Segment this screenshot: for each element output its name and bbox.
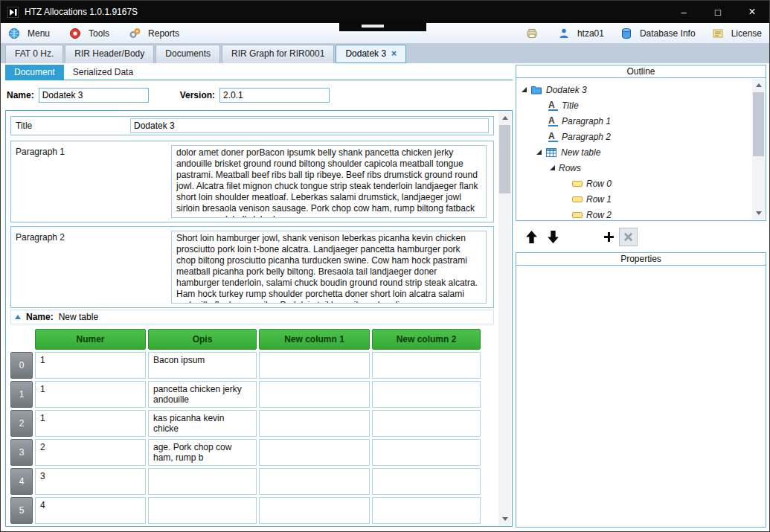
database-info-label: Database Info bbox=[640, 28, 696, 39]
table-cell[interactable]: 1 bbox=[35, 410, 146, 437]
tab-dodatek-3[interactable]: Dodatek 3 × bbox=[336, 45, 406, 63]
row-header[interactable]: 0 bbox=[10, 352, 33, 379]
move-up-button[interactable] bbox=[524, 230, 539, 244]
text-element-icon: A bbox=[548, 132, 558, 142]
tab-serialized-data[interactable]: Serialized Data bbox=[64, 65, 142, 80]
table-cell[interactable] bbox=[259, 497, 370, 524]
table-cell[interactable] bbox=[372, 410, 481, 437]
print-button[interactable] bbox=[526, 28, 542, 39]
tree-item-paragraph-2[interactable]: A Paragraph 2 bbox=[517, 129, 752, 144]
name-input[interactable] bbox=[39, 88, 149, 103]
tab-document[interactable]: Document bbox=[5, 65, 64, 80]
minimize-button[interactable]: – bbox=[667, 1, 701, 23]
add-item-button[interactable] bbox=[603, 231, 615, 243]
version-input[interactable] bbox=[219, 88, 330, 103]
column-header-numer[interactable]: Numer bbox=[35, 329, 146, 350]
scrollbar-thumb[interactable] bbox=[499, 125, 510, 193]
document-sub-tabs: Document Serialized Data bbox=[5, 65, 513, 80]
scroll-down-button[interactable] bbox=[498, 513, 511, 525]
reports-label: Reports bbox=[148, 28, 179, 39]
scroll-up-button[interactable] bbox=[752, 79, 765, 92]
table-cell[interactable]: Bacon ipsum bbox=[148, 352, 257, 379]
tree-item-row-2[interactable]: Row 2 bbox=[517, 207, 752, 219]
table-cell[interactable] bbox=[372, 468, 481, 495]
tools-label: Tools bbox=[89, 28, 109, 39]
tab-close-icon[interactable]: × bbox=[391, 45, 397, 63]
table-cell[interactable]: 1 bbox=[35, 381, 146, 408]
tree-item-rows[interactable]: Rows bbox=[517, 160, 752, 176]
expander-icon[interactable] bbox=[550, 165, 555, 170]
expander-icon[interactable] bbox=[536, 150, 542, 155]
user-button[interactable]: htza01 bbox=[558, 28, 604, 39]
table-cell[interactable]: age. Pork chop cow ham, rump b bbox=[148, 439, 257, 466]
document-scrollbar[interactable] bbox=[498, 112, 511, 525]
table-cell[interactable] bbox=[148, 468, 257, 495]
table-corner-cell bbox=[10, 329, 33, 350]
table-cell[interactable]: 2 bbox=[35, 439, 146, 466]
menu-label: Menu bbox=[28, 28, 50, 39]
paragraph2-textarea[interactable]: Short loin hamburger jowl, shank venison… bbox=[171, 231, 487, 304]
table-cell[interactable] bbox=[372, 352, 481, 379]
tree-item-label: Rows bbox=[559, 163, 581, 173]
title-bar[interactable]: HTZ Allocations 1.0.1.9167S – □ × bbox=[1, 1, 769, 23]
table-cell[interactable] bbox=[259, 439, 370, 466]
scrollbar-thumb[interactable] bbox=[753, 92, 764, 156]
tab-documents[interactable]: Documents bbox=[155, 45, 220, 63]
reports-button[interactable]: Reports bbox=[129, 28, 179, 39]
tab-rir-graph[interactable]: RIR Graph for RIR0001 bbox=[222, 45, 334, 63]
close-button[interactable]: × bbox=[735, 1, 769, 23]
table-cell[interactable] bbox=[372, 439, 481, 466]
row-header[interactable]: 4 bbox=[10, 468, 33, 495]
database-info-button[interactable]: Database Info bbox=[620, 28, 696, 39]
table-cell[interactable]: 1 bbox=[35, 352, 146, 379]
scroll-up-button[interactable] bbox=[498, 112, 511, 124]
paragraph1-textarea[interactable]: dolor amet doner porBacon ipsumk belly s… bbox=[171, 145, 487, 218]
main-tab-strip: FAT 0 Hz. RIR Header/Body Documents RIR … bbox=[1, 44, 769, 63]
outline-scrollbar[interactable] bbox=[752, 79, 765, 219]
delete-item-button[interactable] bbox=[619, 228, 638, 246]
column-header-new-column-1[interactable]: New column 1 bbox=[259, 329, 370, 350]
title-field-input[interactable] bbox=[130, 118, 489, 133]
tree-item-new-table[interactable]: New table bbox=[517, 144, 752, 160]
scroll-down-button[interactable] bbox=[752, 207, 765, 219]
expander-icon[interactable] bbox=[522, 87, 527, 92]
tree-item-label: Paragraph 1 bbox=[562, 116, 611, 126]
table-cell[interactable]: pancetta chicken jerky andouille bbox=[148, 381, 257, 408]
maximize-button[interactable]: □ bbox=[701, 1, 735, 23]
table-cell[interactable] bbox=[259, 352, 370, 379]
table-cell[interactable] bbox=[259, 381, 370, 408]
screen-artifact bbox=[339, 21, 426, 31]
license-button[interactable]: License bbox=[712, 28, 762, 39]
table-name-value[interactable]: New table bbox=[59, 312, 98, 322]
table-cell[interactable]: 4 bbox=[35, 497, 146, 524]
tree-item-row-1[interactable]: Row 1 bbox=[517, 191, 752, 207]
tree-item-paragraph-1[interactable]: A Paragraph 1 bbox=[517, 113, 752, 129]
app-window: HTZ Allocations 1.0.1.9167S – □ × Menu T… bbox=[0, 0, 770, 532]
tree-item-title[interactable]: A Title bbox=[517, 97, 752, 113]
menu-button[interactable]: Menu bbox=[8, 28, 50, 39]
paragraph1-box: Paragraph 1 dolor amet doner porBacon ip… bbox=[10, 141, 494, 222]
tab-rir-header-body[interactable]: RIR Header/Body bbox=[65, 45, 154, 63]
move-down-button[interactable] bbox=[546, 230, 560, 244]
row-header[interactable]: 1 bbox=[10, 381, 33, 408]
tree-item-row-0[interactable]: Row 0 bbox=[517, 176, 752, 191]
table-cell[interactable] bbox=[372, 497, 481, 524]
tools-button[interactable]: Tools bbox=[69, 28, 109, 39]
collapse-table-icon[interactable] bbox=[15, 315, 21, 319]
table-cell[interactable] bbox=[259, 468, 370, 495]
row-header[interactable]: 2 bbox=[10, 410, 33, 437]
column-header-opis[interactable]: Opis bbox=[148, 329, 257, 350]
row-header[interactable]: 5 bbox=[10, 497, 33, 524]
table-cell[interactable] bbox=[259, 410, 370, 437]
table-cell[interactable]: 3 bbox=[35, 468, 146, 495]
name-version-row: Name: Version: bbox=[7, 87, 513, 103]
table-cell[interactable] bbox=[148, 497, 257, 524]
column-header-new-column-2[interactable]: New column 2 bbox=[372, 329, 481, 350]
license-label: License bbox=[731, 28, 762, 39]
row-header[interactable]: 3 bbox=[10, 439, 33, 466]
app-icon bbox=[7, 7, 19, 18]
table-cell[interactable]: kas picanha kevin chicke bbox=[148, 410, 257, 437]
tab-fat-0-hz[interactable]: FAT 0 Hz. bbox=[5, 45, 63, 63]
tree-item-dodatek-3[interactable]: Dodatek 3 bbox=[517, 82, 752, 97]
table-cell[interactable] bbox=[372, 381, 481, 408]
